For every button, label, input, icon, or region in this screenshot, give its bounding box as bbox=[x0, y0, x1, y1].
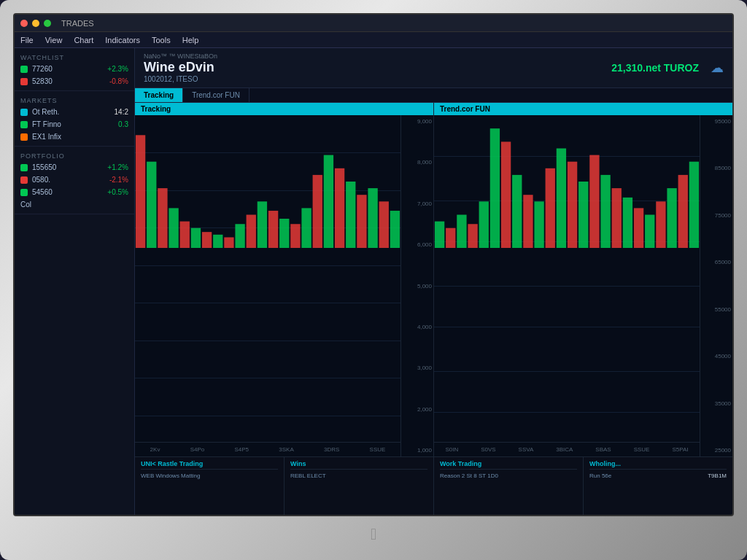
sidebar-value-2: -0.8% bbox=[109, 77, 128, 85]
right-chart-header: Trend.cor FUN bbox=[434, 103, 732, 115]
svg-rect-5 bbox=[191, 228, 201, 248]
grid-line bbox=[135, 378, 400, 378]
svg-rect-6 bbox=[202, 232, 212, 248]
header-title: Wine eDvin bbox=[144, 60, 217, 75]
minimize-dot[interactable] bbox=[32, 20, 39, 27]
bottom-panel-label-2: Reason 2 St 8 ST 1D0 bbox=[440, 472, 498, 479]
menu-view[interactable]: View bbox=[45, 36, 63, 44]
sidebar-label-1: 77260 bbox=[32, 65, 53, 73]
y-label: 65000 bbox=[702, 259, 731, 265]
sidebar-item-6[interactable]: 155650 +1.2% bbox=[15, 161, 134, 174]
svg-rect-21 bbox=[368, 188, 377, 248]
col-item[interactable]: Col bbox=[15, 198, 134, 211]
y-label: 4,000 bbox=[403, 324, 432, 330]
svg-rect-46 bbox=[678, 175, 688, 248]
menu-indicators[interactable]: Indicators bbox=[105, 36, 140, 44]
tab-tracking[interactable]: Tracking bbox=[135, 88, 183, 102]
svg-rect-34 bbox=[546, 168, 555, 248]
badge-green-4 bbox=[20, 121, 28, 128]
left-chart-area: 9,000 8,000 7,000 6,000 5,000 4,000 3,00… bbox=[135, 115, 433, 456]
grid-line bbox=[434, 371, 700, 372]
sidebar-label-4: FT Finno bbox=[32, 120, 61, 128]
bottom-panel-title-1: Wins bbox=[290, 460, 427, 470]
grid-line bbox=[135, 303, 400, 303]
x-label: S4P5 bbox=[234, 446, 249, 453]
sidebar-section-2-title: Markets bbox=[15, 94, 134, 106]
svg-rect-20 bbox=[357, 195, 366, 248]
chart-panel-left: Tracking bbox=[135, 103, 434, 456]
y-label: 2,000 bbox=[403, 406, 432, 413]
svg-rect-12 bbox=[268, 211, 278, 248]
svg-rect-42 bbox=[634, 208, 643, 248]
svg-rect-43 bbox=[645, 215, 654, 249]
menu-file[interactable]: File bbox=[20, 36, 34, 44]
badge-orange-5 bbox=[20, 133, 28, 141]
bottom-panel-title-2: Work Trading bbox=[440, 460, 577, 470]
badge-green-1 bbox=[20, 66, 28, 73]
svg-rect-38 bbox=[589, 155, 599, 248]
svg-rect-7 bbox=[213, 235, 222, 248]
svg-rect-47 bbox=[689, 162, 699, 248]
right-y-axis: 95000 85000 75000 65000 55000 45000 3500… bbox=[700, 115, 732, 456]
svg-rect-25 bbox=[446, 228, 455, 248]
sidebar-item-3[interactable]: Ot Reth. 14:2 bbox=[15, 106, 134, 118]
sidebar-item-2[interactable]: 52830 -0.8% bbox=[15, 75, 134, 88]
sidebar-item-5[interactable]: EX1 Infix bbox=[15, 131, 134, 143]
sidebar-section-markets: Markets Ot Reth. 14:2 FT Finno 0.3 EX1 I… bbox=[15, 91, 134, 147]
sidebar-label-5: EX1 Infix bbox=[32, 133, 61, 141]
bottom-panel-row: Run 56e T9B1M bbox=[589, 472, 727, 479]
sidebar-section-1-title: Watchlist bbox=[15, 51, 134, 63]
bottom-panel-label-3: Run 56e bbox=[589, 472, 611, 479]
sidebar-label-3: Ot Reth. bbox=[32, 108, 59, 116]
y-label: 35000 bbox=[702, 400, 731, 407]
maximize-dot[interactable] bbox=[44, 20, 51, 27]
badge-cyan-3 bbox=[20, 109, 28, 116]
x-label: 3SKA bbox=[279, 446, 293, 453]
bottom-panel-3: Wholing... Run 56e T9B1M bbox=[584, 457, 732, 515]
svg-rect-24 bbox=[435, 222, 444, 248]
x-label: SSUE bbox=[370, 446, 386, 453]
sidebar-item-8[interactable]: 54560 +0.5% bbox=[15, 186, 134, 198]
header-subtitle: 1002012, ITESO bbox=[144, 75, 217, 83]
svg-rect-29 bbox=[490, 128, 500, 248]
svg-rect-8 bbox=[224, 237, 233, 248]
svg-rect-13 bbox=[279, 219, 289, 248]
close-dot[interactable] bbox=[20, 20, 28, 27]
svg-rect-3 bbox=[169, 208, 178, 248]
svg-rect-22 bbox=[379, 201, 389, 248]
sidebar: Watchlist 77260 +2.3% 52830 -0.8% Market… bbox=[15, 48, 135, 515]
cloud-icon: ☁ bbox=[711, 60, 724, 76]
header-annotation: NaNo™ ™ WINEStaBOn bbox=[144, 52, 217, 60]
svg-rect-30 bbox=[501, 141, 511, 248]
sidebar-label-6: 155650 bbox=[32, 163, 56, 171]
charts-container: Tracking bbox=[135, 103, 732, 456]
bottom-panel-2: Work Trading Reason 2 St 8 ST 1D0 bbox=[434, 457, 584, 515]
sidebar-item-4[interactable]: FT Finno 0.3 bbox=[15, 118, 134, 131]
content-area: NaNo™ ™ WINEStaBOn Wine eDvin 1002012, I… bbox=[135, 48, 732, 515]
svg-rect-32 bbox=[523, 195, 533, 248]
right-chart-svg bbox=[434, 115, 700, 248]
tab-trend[interactable]: Trend.cor FUN bbox=[183, 88, 249, 102]
sidebar-item-7[interactable]: 0580. -2.1% bbox=[15, 174, 134, 186]
grid-line bbox=[434, 412, 700, 413]
menu-bar: File View Chart Indicators Tools Help bbox=[15, 32, 732, 48]
x-label: SSVA bbox=[519, 446, 534, 453]
svg-rect-40 bbox=[612, 188, 622, 248]
svg-rect-10 bbox=[247, 215, 256, 249]
svg-rect-19 bbox=[346, 182, 355, 248]
grid-line bbox=[434, 327, 700, 327]
sidebar-item-1[interactable]: 77260 +2.3% bbox=[15, 63, 134, 75]
y-label: 9,000 bbox=[403, 118, 432, 125]
menu-help[interactable]: Help bbox=[182, 36, 199, 44]
y-label: 8,000 bbox=[403, 159, 432, 166]
grid-line bbox=[434, 286, 700, 287]
svg-rect-31 bbox=[512, 175, 522, 248]
svg-rect-11 bbox=[258, 201, 267, 248]
svg-rect-28 bbox=[479, 201, 489, 248]
badge-red-7 bbox=[20, 176, 28, 184]
menu-tools[interactable]: Tools bbox=[152, 36, 171, 44]
svg-rect-41 bbox=[623, 198, 632, 248]
svg-rect-18 bbox=[335, 168, 344, 248]
menu-chart[interactable]: Chart bbox=[74, 36, 93, 44]
svg-rect-36 bbox=[568, 162, 577, 248]
